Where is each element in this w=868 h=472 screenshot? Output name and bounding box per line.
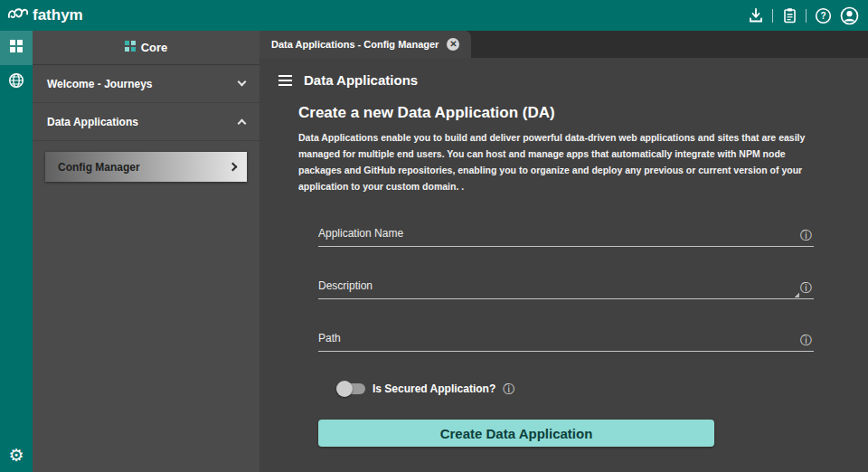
chevron-up-icon	[238, 119, 247, 128]
globe-icon	[8, 72, 24, 92]
topbar: fathym ?	[0, 0, 868, 31]
tab-close-icon[interactable]: ✕	[447, 38, 459, 51]
main-area: Data Applications - Config Manager ✕ Dat…	[259, 31, 868, 472]
icon-rail: ⚙	[0, 31, 33, 472]
sidebar-header: Core	[33, 31, 259, 65]
tab-config-manager[interactable]: Data Applications - Config Manager ✕	[259, 31, 471, 58]
field-application-name: ⓘ	[318, 222, 814, 247]
rail-item-apps[interactable]	[0, 31, 33, 65]
field-path: ⓘ	[318, 327, 814, 352]
secured-toggle-row: Is Secured Application? ⓘ	[338, 382, 814, 395]
gear-icon: ⚙	[8, 447, 24, 464]
tab-label: Data Applications - Config Manager	[271, 39, 439, 50]
tab-bar: Data Applications - Config Manager ✕	[259, 31, 868, 58]
brand[interactable]: fathym	[7, 5, 83, 26]
application-name-input[interactable]	[318, 222, 788, 246]
page-title: Data Applications	[304, 72, 418, 88]
core-grid-icon	[125, 41, 136, 54]
fathym-logo-icon	[7, 5, 29, 26]
section-heading: Create a new Data Application (DA)	[298, 104, 821, 122]
topbar-actions: ?	[746, 5, 859, 25]
main-content: Data Applications Create a new Data Appl…	[259, 58, 868, 472]
path-input[interactable]	[318, 327, 788, 351]
sidebar-item-data-applications[interactable]: Data Applications	[33, 103, 259, 141]
secured-application-toggle[interactable]	[338, 383, 365, 394]
info-icon[interactable]: ⓘ	[800, 282, 812, 294]
chevron-right-icon	[229, 163, 238, 172]
sidebar-subsection: Config Manager	[33, 141, 259, 182]
rail-item-globe[interactable]	[0, 65, 33, 99]
page-header: Data Applications	[278, 72, 868, 88]
rail-item-settings[interactable]: ⚙	[0, 438, 33, 472]
clipboard-icon[interactable]	[779, 5, 799, 25]
sidebar-item-label: Welcome - Journeys	[47, 78, 152, 90]
toggle-label: Is Secured Application?	[373, 382, 495, 395]
chevron-down-icon	[238, 78, 247, 87]
shell: ⚙ Core Welcome - Journeys	[0, 31, 868, 472]
info-icon[interactable]: ⓘ	[800, 335, 812, 346]
rail-spacer	[0, 99, 33, 438]
topbar-divider	[772, 9, 773, 23]
sidebar-header-label: Core	[141, 41, 168, 54]
sidebar-item-welcome-journeys[interactable]: Welcome - Journeys	[33, 65, 259, 103]
create-da-section: Create a new Data Application (DA) Data …	[298, 104, 821, 447]
download-icon[interactable]	[746, 5, 766, 25]
section-description: Data Applications enable you to build an…	[298, 130, 821, 194]
create-da-form: ⓘ ⓘ ⓘ Is Secured Application?	[318, 222, 814, 447]
sidebar-item-label: Data Applications	[47, 116, 138, 128]
field-description: ⓘ	[318, 275, 814, 299]
svg-text:?: ?	[820, 11, 826, 21]
help-icon[interactable]: ?	[813, 5, 833, 25]
sidebar-item-label: Config Manager	[58, 161, 140, 174]
info-icon[interactable]: ⓘ	[800, 230, 812, 241]
create-data-application-button[interactable]: Create Data Application	[318, 420, 714, 447]
toggle-knob	[336, 381, 353, 397]
account-icon[interactable]	[839, 5, 859, 25]
menu-icon[interactable]	[278, 73, 292, 88]
brand-label: fathym	[33, 6, 83, 24]
description-input[interactable]	[318, 275, 788, 298]
apps-grid-icon	[9, 39, 24, 57]
sidebar: Core Welcome - Journeys Data Application…	[33, 31, 259, 472]
app-root: fathym ?	[0, 0, 868, 472]
info-icon[interactable]: ⓘ	[503, 383, 514, 395]
topbar-divider	[806, 9, 807, 23]
sidebar-item-config-manager[interactable]: Config Manager	[45, 152, 247, 182]
